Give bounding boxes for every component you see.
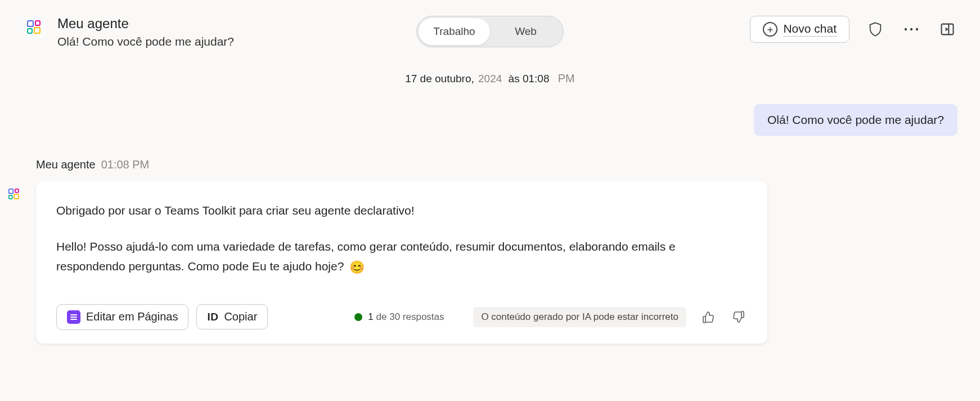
svg-point-6 [916,28,918,30]
svg-point-5 [910,28,912,30]
timestamp-year: 2024 [478,73,502,84]
agent-message-p2-text: Hello! Posso ajudá-lo com uma variedade … [56,240,676,273]
header-actions: ＋ Novo chat [750,16,957,43]
copilot-icon [26,20,42,35]
edit-in-pages-button[interactable]: Editar em Páginas [56,304,188,330]
plus-icon: ＋ [763,22,777,37]
response-count-current: 1 [368,311,373,322]
conversation-timestamp: 17 de outubro, 2024 às 01:08 PM [0,72,980,85]
agent-logo [23,16,46,39]
svg-rect-10 [15,189,19,193]
agent-message-card: Obrigado por usar o Teams Toolkit para c… [36,181,767,344]
edit-in-pages-label: Editar em Páginas [86,310,178,323]
response-count: 1 de 30 respostas [368,311,444,323]
copilot-small-icon [8,188,21,202]
agent-meta-time: 01:08 PM [101,158,150,171]
timestamp-day: 17 de outubro, [405,73,474,84]
svg-point-4 [905,28,907,30]
header: Meu agente Olá! Como você pode me ajudar… [0,0,980,48]
copy-button[interactable]: ID Copiar [196,304,268,329]
new-chat-button[interactable]: ＋ Novo chat [750,16,849,43]
toggle-work[interactable]: Trabalho [419,18,490,45]
response-status: 1 de 30 respostas [354,311,444,323]
message-footer: Editar em Páginas ID Copiar 1 de 30 resp… [56,304,747,330]
thumb-down-button[interactable] [730,309,747,326]
response-count-total: de 30 respostas [376,311,444,322]
agent-info: Meu agente Olá! Como você pode me ajudar… [57,16,234,48]
mode-toggle: Trabalho Web [416,16,564,47]
smile-emoji-icon: 😊 [349,260,365,274]
agent-message-p2: Hello! Posso ajudá-lo com uma variedade … [56,237,747,278]
user-message-bubble: Olá! Como você pode me ajudar? [754,104,957,136]
agent-message-meta: Meu agente 01:08 PM [0,158,980,171]
toggle-web[interactable]: Web [490,18,561,45]
agent-message-p1: Obrigado por usar o Teams Toolkit para c… [56,200,747,221]
panel-toggle-icon[interactable] [937,19,957,39]
svg-rect-9 [9,189,14,194]
svg-rect-12 [14,194,19,199]
timestamp-ampm: PM [558,72,575,84]
svg-rect-0 [28,21,33,26]
user-message-row: Olá! Como você pode me ajudar? [0,104,980,136]
shield-icon[interactable] [865,19,885,39]
agent-avatar [6,186,24,204]
agent-meta-name: Meu agente [36,158,96,171]
svg-rect-1 [35,21,40,25]
svg-rect-3 [34,28,40,33]
svg-rect-2 [28,29,32,33]
agent-title: Meu agente [57,16,234,32]
thumb-down-icon [732,310,745,324]
agent-subtitle: Olá! Como você pode me ajudar? [57,35,234,48]
agent-message-row: Obrigado por usar o Teams Toolkit para c… [0,181,980,344]
timestamp-time: às 01:08 [509,73,550,84]
new-chat-label: Novo chat [783,22,837,37]
copy-label: Copiar [224,310,257,323]
more-icon[interactable] [901,19,921,39]
svg-rect-11 [9,195,12,199]
status-dot-icon [354,313,362,321]
ai-disclaimer: O conteúdo gerado por IA pode estar inco… [473,307,686,327]
pages-icon [67,310,80,324]
copy-id-prefix: ID [207,311,218,323]
thumb-up-icon [702,310,715,324]
thumb-up-button[interactable] [700,309,717,326]
